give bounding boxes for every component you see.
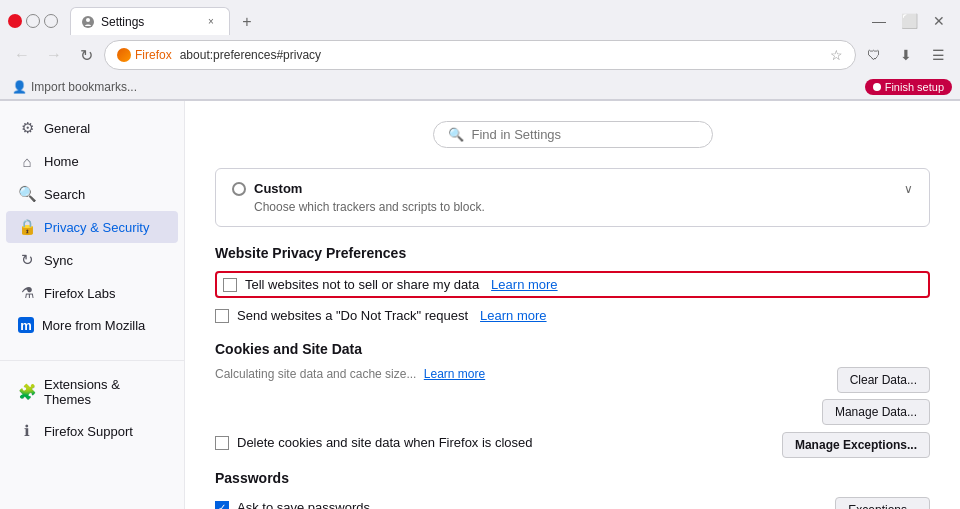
url-brand: Firefox: [117, 48, 172, 62]
finish-setup-button[interactable]: Finish setup: [865, 79, 952, 95]
ask-save-passwords-row: Ask to save passwords: [215, 496, 370, 509]
custom-description: Choose which trackers and scripts to blo…: [254, 200, 913, 214]
labs-icon: ⚗: [18, 284, 36, 302]
tab-close-button[interactable]: ×: [203, 14, 219, 30]
custom-header: Custom ∨: [232, 181, 913, 196]
tell-websites-label: Tell websites not to sell or share my da…: [245, 277, 479, 292]
window-controls: [8, 14, 58, 28]
import-bookmarks-button[interactable]: 👤 Import bookmarks...: [8, 78, 141, 96]
manage-data-row: Manage Data...: [822, 399, 930, 425]
find-search-icon: 🔍: [448, 127, 464, 142]
new-tab-button[interactable]: +: [234, 9, 260, 35]
custom-label: Custom: [254, 181, 302, 196]
finish-dot-icon: [873, 83, 881, 91]
chevron-down-icon: ∨: [904, 182, 913, 196]
find-settings-input[interactable]: 🔍: [433, 121, 713, 148]
cookies-learn-more-link[interactable]: Learn more: [424, 367, 485, 381]
manage-data-button[interactable]: Manage Data...: [822, 399, 930, 425]
downloads-icon[interactable]: ⬇: [892, 41, 920, 69]
passwords-exceptions-button[interactable]: Exceptions...: [835, 497, 930, 510]
sidebar-item-general[interactable]: ⚙ General: [6, 112, 178, 144]
bookmark-star-icon[interactable]: ☆: [830, 47, 843, 63]
do-not-track-label: Send websites a "Do Not Track" request: [237, 308, 468, 323]
bookmarks-icon: 👤: [12, 80, 27, 94]
privacy-icon: 🔒: [18, 218, 36, 236]
sidebar-item-support[interactable]: ℹ Firefox Support: [6, 415, 178, 447]
toolbar-extras: 🛡 ⬇ ☰: [860, 41, 952, 69]
sidebar-item-sync[interactable]: ↻ Sync: [6, 244, 178, 276]
tab-title: Settings: [101, 15, 197, 29]
delete-cookies-checkbox[interactable]: [215, 436, 229, 450]
find-settings-field[interactable]: [472, 127, 698, 142]
website-privacy-title: Website Privacy Preferences: [215, 245, 930, 261]
do-not-track-row: Send websites a "Do Not Track" request L…: [215, 304, 930, 327]
mozilla-icon: m: [18, 317, 34, 333]
clear-data-button[interactable]: Clear Data...: [837, 367, 930, 393]
delete-cookies-label: Delete cookies and site data when Firefo…: [237, 435, 533, 450]
do-not-track-checkbox[interactable]: [215, 309, 229, 323]
shield-icon[interactable]: 🛡: [860, 41, 888, 69]
browser-chrome: Settings × + — ⬜ ✕ ← → ↻ Firefox about:p…: [0, 0, 960, 101]
sidebar-item-mozilla[interactable]: m More from Mozilla: [6, 310, 178, 340]
close-button[interactable]: ✕: [926, 8, 952, 34]
passwords-section-title: Passwords: [215, 470, 930, 486]
do-not-track-learn-more-link[interactable]: Learn more: [480, 308, 546, 323]
minimize-button[interactable]: —: [866, 8, 892, 34]
tell-websites-learn-more-link[interactable]: Learn more: [491, 277, 557, 292]
menu-icon[interactable]: ☰: [924, 41, 952, 69]
url-text: about:preferences#privacy: [180, 48, 822, 62]
svg-point-1: [86, 18, 90, 22]
support-icon: ℹ: [18, 422, 36, 440]
ask-save-passwords-label: Ask to save passwords: [237, 500, 370, 509]
settings-tab[interactable]: Settings ×: [70, 7, 230, 35]
restore-button[interactable]: ⬜: [896, 8, 922, 34]
calculating-text: Calculating site data and cache size... …: [215, 367, 485, 381]
tab-favicon: [81, 15, 95, 29]
url-bar[interactable]: Firefox about:preferences#privacy ☆: [104, 40, 856, 70]
search-icon: 🔍: [18, 185, 36, 203]
custom-radio-circle: [232, 182, 246, 196]
sidebar-item-privacy[interactable]: 🔒 Privacy & Security: [6, 211, 178, 243]
custom-radio[interactable]: Custom: [232, 181, 302, 196]
cookies-section-title: Cookies and Site Data: [215, 341, 930, 357]
nav-bar: ← → ↻ Firefox about:preferences#privacy …: [0, 36, 960, 74]
toolbar-controls: — ⬜ ✕: [866, 8, 952, 34]
title-bar: Settings × + — ⬜ ✕: [0, 0, 960, 36]
home-icon: ⌂: [18, 152, 36, 170]
main-area: ⚙ General ⌂ Home 🔍 Search 🔒 Privacy & Se…: [0, 101, 960, 509]
bookmarks-bar: 👤 Import bookmarks... Finish setup: [0, 74, 960, 100]
cookies-section: Cookies and Site Data Calculating site d…: [215, 341, 930, 458]
ask-save-passwords-checkbox[interactable]: [215, 501, 229, 510]
sidebar: ⚙ General ⌂ Home 🔍 Search 🔒 Privacy & Se…: [0, 101, 185, 509]
sidebar-item-home[interactable]: ⌂ Home: [6, 145, 178, 177]
firefox-logo-icon: [117, 48, 131, 62]
tell-websites-checkbox[interactable]: [223, 278, 237, 292]
custom-section: Custom ∨ Choose which trackers and scrip…: [215, 168, 930, 227]
find-bar: 🔍: [215, 121, 930, 148]
sidebar-item-labs[interactable]: ⚗ Firefox Labs: [6, 277, 178, 309]
manage-exceptions-button[interactable]: Manage Exceptions...: [782, 432, 930, 458]
passwords-section: Passwords Ask to save passwords Exceptio…: [215, 470, 930, 509]
back-button[interactable]: ←: [8, 41, 36, 69]
sidebar-item-search[interactable]: 🔍 Search: [6, 178, 178, 210]
tab-bar: Settings × +: [70, 7, 858, 35]
forward-button[interactable]: →: [40, 41, 68, 69]
sync-icon: ↻: [18, 251, 36, 269]
content-area: 🔍 Custom ∨ Choose which trackers and scr…: [185, 101, 960, 509]
sidebar-item-extensions[interactable]: 🧩 Extensions & Themes: [6, 370, 178, 414]
sidebar-bottom: 🧩 Extensions & Themes ℹ Firefox Support: [0, 360, 184, 447]
delete-cookies-row: Delete cookies and site data when Firefo…: [215, 431, 533, 454]
maximize-window-button[interactable]: [44, 14, 58, 28]
clear-data-row: Clear Data...: [822, 367, 930, 393]
extensions-icon: 🧩: [18, 383, 36, 401]
tell-websites-row: Tell websites not to sell or share my da…: [215, 271, 930, 298]
general-icon: ⚙: [18, 119, 36, 137]
refresh-button[interactable]: ↻: [72, 41, 100, 69]
minimize-window-button[interactable]: [26, 14, 40, 28]
close-window-button[interactable]: [8, 14, 22, 28]
